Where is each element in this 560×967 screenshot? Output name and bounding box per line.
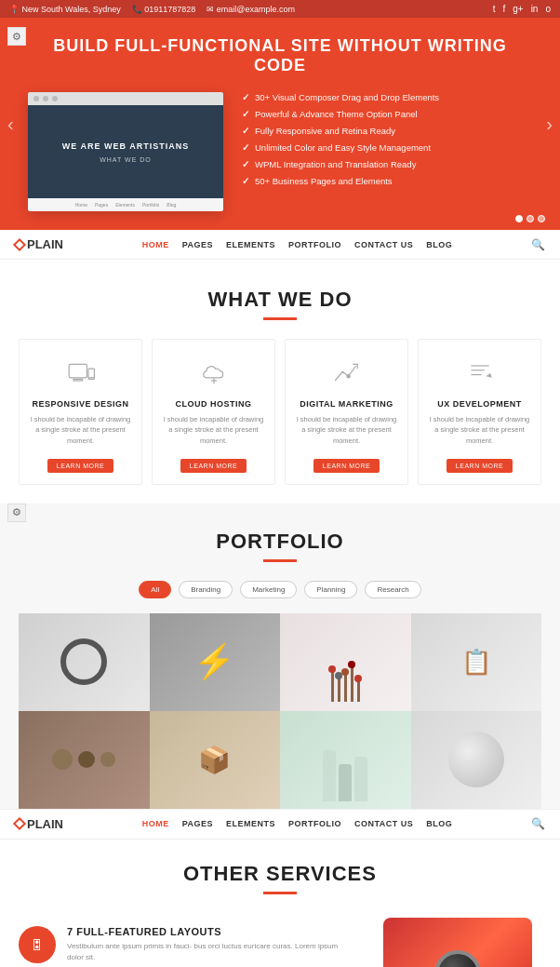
social-gplus[interactable]: g+ (513, 4, 523, 14)
portfolio-underline (263, 559, 297, 562)
service-desc-cloud: I should be incapable of drawing a singl… (162, 414, 265, 446)
service-desc-ux: I should be incapable of drawing a singl… (428, 414, 531, 446)
nav-home[interactable]: HOME (142, 240, 169, 249)
hero-next-arrow[interactable]: › (546, 114, 553, 135)
preview-nav-item-1: Home (75, 202, 87, 208)
learn-more-cloud[interactable]: Learn More (180, 459, 247, 473)
portfolio-item-7[interactable] (280, 711, 411, 809)
preview-nav-item-5: Blog (167, 202, 176, 208)
nav-links: HOME PAGES ELEMENTS PORTFOLIO CONTACT US… (142, 240, 453, 249)
portfolio-grid: ⚡ 📋 📦 (19, 613, 541, 809)
filter-marketing[interactable]: Marketing (240, 581, 297, 598)
social-linkedin[interactable]: in (531, 4, 539, 14)
service-card-responsive: RESPONSIVE DESIGN I should be incapable … (19, 339, 142, 485)
svg-point-6 (347, 375, 350, 378)
hero-title: BUILD FULL-FUNCTIONAL SITE WITHOUT WRITI… (28, 36, 532, 75)
hero-features-list: 30+ Visual Composer Drag and Drop Elemen… (242, 92, 439, 193)
service-card-ux: UX DEVELOPMENT I should be incapable of … (418, 339, 541, 485)
nav-contact[interactable]: CONTACT US (354, 240, 413, 249)
section-underline (263, 317, 297, 320)
nav2-links: HOME PAGES ELEMENTS PORTFOLIO CONTACT US… (142, 819, 453, 828)
nav-elements[interactable]: ELEMENTS (226, 240, 275, 249)
nav2-contact[interactable]: CONTACT US (354, 819, 413, 828)
svg-rect-0 (69, 364, 87, 377)
portfolio-item-3[interactable] (280, 613, 411, 711)
service-desc-responsive: I should be incapable of drawing a singl… (29, 414, 132, 446)
browser-bar (28, 92, 223, 105)
feature-6: 50+ Business Pages and Elements (242, 176, 439, 186)
service-circle-1: 🎛 (19, 926, 56, 963)
main-nav: PLAIN HOME PAGES ELEMENTS PORTFOLIO CONT… (0, 230, 560, 260)
service-list-desc-1: Vestibulum ante ipsum primis in fauci- b… (67, 941, 355, 963)
nav2-blog[interactable]: BLOG (426, 819, 452, 828)
hero-dot-2[interactable] (527, 215, 534, 222)
service-title-responsive: RESPONSIVE DESIGN (29, 399, 132, 409)
browser-dot-2 (43, 96, 48, 101)
services-grid: RESPONSIVE DESIGN I should be incapable … (19, 339, 541, 485)
site-preview: WE ARE WEB ARTISTIANS WHAT WE DO (28, 105, 223, 198)
portfolio-item-4[interactable]: 📋 (411, 613, 542, 711)
nav2-portfolio[interactable]: PORTFOLIO (288, 819, 341, 828)
ux-icon (463, 356, 497, 390)
phone: 📞 01911787828 (132, 5, 196, 14)
social-facebook[interactable]: f (502, 4, 505, 14)
preview-nav-item-4: Portfolio (142, 202, 159, 208)
other-services-inner: 🎛 7 FULL-FEATURED LAYOUTS Vestibulum ant… (19, 913, 541, 967)
social-twitter[interactable]: t (493, 4, 496, 14)
browser-dot-1 (33, 96, 39, 101)
other-services-image (374, 913, 541, 967)
portfolio-settings-icon[interactable]: ⚙ (7, 504, 26, 522)
portfolio-section: ⚙ PORTFOLIO All Branding Marketing Plann… (0, 504, 560, 809)
hero-dot-1[interactable] (515, 215, 523, 222)
camera-visual (383, 918, 532, 967)
hero-content: WE ARE WEB ARTISTIANS WHAT WE DO Home Pa… (28, 92, 532, 211)
secondary-nav: PLAIN HOME PAGES ELEMENTS PORTFOLIO CONT… (0, 809, 560, 839)
hero-dot-3[interactable] (538, 215, 545, 222)
learn-more-digital[interactable]: Learn More (313, 459, 380, 473)
logo2-text: PLAIN (27, 817, 63, 831)
nav-logo: PLAIN (15, 237, 63, 251)
filter-research[interactable]: Research (365, 581, 420, 598)
services-list: 🎛 7 FULL-FEATURED LAYOUTS Vestibulum ant… (19, 913, 355, 967)
portfolio-item-6[interactable]: 📦 (150, 711, 281, 809)
learn-more-ux[interactable]: Learn More (447, 459, 513, 473)
portfolio-item-1[interactable] (19, 613, 150, 711)
email: ✉ email@example.com (207, 5, 295, 14)
hero-prev-arrow[interactable]: ‹ (7, 114, 14, 135)
nav-search-icon[interactable]: 🔍 (531, 238, 545, 251)
svg-rect-1 (73, 379, 83, 381)
top-bar: 📍 New South Wales, Sydney 📞 01911787828 … (0, 0, 560, 18)
nav2-home[interactable]: HOME (142, 819, 169, 828)
service-card-digital: DIGITAL MARKETING I should be incapable … (285, 339, 408, 485)
learn-more-responsive[interactable]: Learn More (47, 459, 113, 473)
hero-preview-box: WE ARE WEB ARTISTIANS WHAT WE DO Home Pa… (28, 92, 223, 211)
logo-text: PLAIN (27, 237, 63, 251)
portfolio-item-2[interactable]: ⚡ (150, 613, 281, 711)
preview-nav-item-3: Elements (115, 202, 135, 208)
nav2-pages[interactable]: PAGES (182, 819, 213, 828)
service-title-ux: UX DEVELOPMENT (428, 399, 531, 409)
browser-dot-3 (52, 96, 58, 101)
nav-portfolio[interactable]: PORTFOLIO (288, 240, 341, 249)
filter-branding[interactable]: Branding (179, 581, 233, 598)
nav2-elements[interactable]: ELEMENTS (226, 819, 275, 828)
portfolio-item-5[interactable] (19, 711, 150, 809)
filter-planning[interactable]: Planning (304, 581, 357, 598)
logo2-diamond-icon (13, 817, 26, 830)
top-bar-left: 📍 New South Wales, Sydney 📞 01911787828 … (9, 5, 295, 14)
what-we-do-section: WHAT WE DO RESPONSIVE DESIGN I should be… (0, 260, 560, 504)
service-list: 🎛 7 FULL-FEATURED LAYOUTS Vestibulum ant… (19, 926, 355, 967)
other-services-section: OTHER SERVICES 🎛 7 FULL-FEATURED LAYOUTS… (0, 839, 560, 967)
social-other[interactable]: o (545, 4, 551, 14)
nav-blog[interactable]: BLOG (426, 240, 452, 249)
filter-all[interactable]: All (139, 581, 171, 598)
preview-subtitle: WHAT WE DO (100, 156, 152, 163)
nav-pages[interactable]: PAGES (182, 240, 213, 249)
service-list-item-1: 🎛 7 FULL-FEATURED LAYOUTS Vestibulum ant… (19, 926, 355, 963)
top-bar-social: t f g+ in o (493, 4, 551, 14)
portfolio-item-8[interactable] (411, 711, 542, 809)
preview-nav: Home Pages Elements Portfolio Blog (28, 198, 223, 211)
nav2-search-icon[interactable]: 🔍 (531, 817, 545, 830)
settings-icon[interactable]: ⚙ (7, 27, 26, 46)
other-services-underline (263, 892, 297, 894)
